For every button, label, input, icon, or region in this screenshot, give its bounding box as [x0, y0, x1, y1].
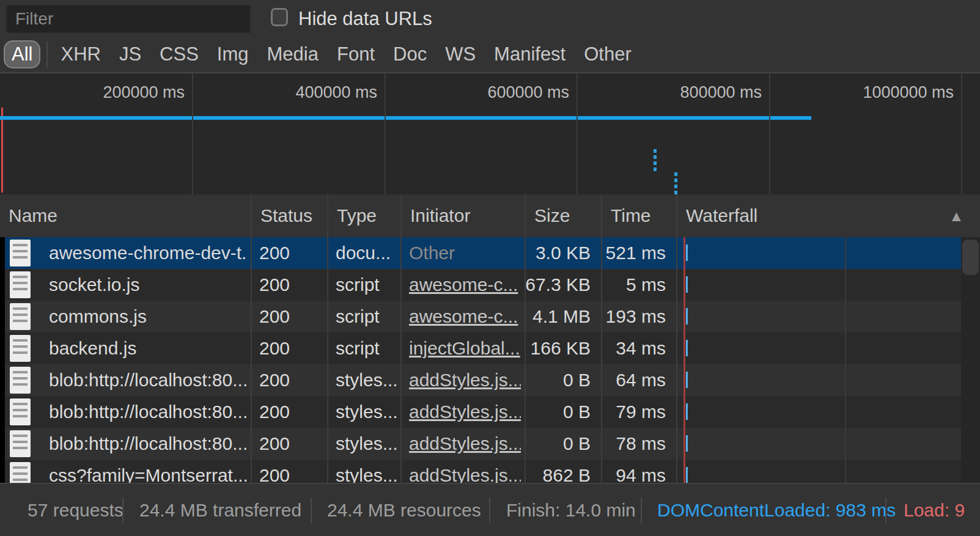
request-initiator[interactable]: addStyles.js...: [409, 428, 521, 460]
summary-separator: [489, 497, 490, 523]
request-name: css?family=Montserrat...: [49, 460, 247, 483]
overview-gridline: [385, 73, 386, 194]
filter-tab-media[interactable]: Media: [267, 43, 319, 65]
table-row[interactable]: blob:http://localhost:80...200styles...a…: [0, 396, 980, 428]
table-row[interactable]: blob:http://localhost:80...200styles...a…: [0, 428, 980, 460]
request-time: 521 ms: [601, 237, 666, 269]
overview-request-dash-2: [674, 172, 677, 196]
filter-tab-all[interactable]: All: [4, 40, 40, 68]
request-status: 200: [259, 428, 323, 460]
request-type: script: [336, 269, 397, 301]
request-time: 78 ms: [601, 428, 666, 460]
filter-tab-xhr[interactable]: XHR: [61, 43, 100, 65]
request-type: script: [336, 301, 397, 332]
timeline-overview[interactable]: 200000 ms400000 ms600000 ms800000 ms1000…: [0, 72, 980, 194]
overview-tick-label: 1000000 ms: [863, 83, 954, 102]
tab-divider: [46, 42, 48, 67]
waterfall-request-bar: [686, 340, 688, 356]
column-header-waterfall[interactable]: Waterfall: [676, 194, 980, 237]
waterfall-request-bar: [686, 276, 688, 293]
request-status: 200: [259, 301, 323, 332]
filter-input[interactable]: [6, 5, 251, 33]
sort-ascending-icon[interactable]: ▲: [949, 194, 964, 237]
vertical-scrollbar-thumb[interactable]: [962, 240, 979, 275]
overview-gridline: [192, 73, 193, 194]
summary-separator: [311, 497, 312, 523]
waterfall-request-bar: [686, 403, 688, 420]
request-type: styles...: [336, 364, 397, 396]
request-type: styles...: [336, 428, 397, 460]
request-size: 67.3 KB: [525, 269, 591, 301]
table-row[interactable]: css?family=Montserrat...200styles...addS…: [0, 460, 980, 483]
overview-tick-label: 800000 ms: [680, 83, 762, 102]
filter-tab-doc[interactable]: Doc: [393, 43, 427, 65]
request-initiator[interactable]: addStyles.js...: [409, 364, 521, 396]
left-edge-strip: [0, 237, 5, 483]
column-header-status[interactable]: Status: [251, 194, 327, 237]
summary-item-1: 24.4 MB transferred: [139, 484, 301, 536]
request-size: 0 B: [525, 428, 591, 460]
overview-tick-label: 400000 ms: [295, 83, 377, 102]
column-header-type[interactable]: Type: [327, 194, 400, 237]
filter-tab-img[interactable]: Img: [217, 43, 249, 65]
overview-loaded-bar: [0, 116, 811, 120]
request-status: 200: [259, 237, 323, 269]
request-status: 200: [259, 396, 323, 428]
table-row[interactable]: commons.js200scriptawesome-c...4.1 MB193…: [0, 301, 980, 332]
hide-data-urls-checkbox[interactable]: [271, 8, 288, 26]
filter-tab-other[interactable]: Other: [584, 43, 632, 65]
request-initiator[interactable]: addStyles.js...: [409, 460, 521, 483]
column-header-size[interactable]: Size: [525, 194, 601, 237]
request-type: script: [336, 332, 397, 364]
request-name: blob:http://localhost:80...: [49, 396, 247, 428]
request-initiator[interactable]: awesome-c...: [409, 301, 521, 332]
overview-gridline: [961, 73, 962, 194]
document-icon: [10, 335, 31, 362]
request-status: 200: [259, 364, 323, 396]
column-header-time[interactable]: Time: [601, 194, 676, 237]
column-border: [601, 237, 602, 483]
waterfall-request-bar: [686, 244, 688, 261]
waterfall-request-bar: [686, 467, 688, 483]
devtools-network-panel: Hide data URLs AllXHRJSCSSImgMediaFontDo…: [0, 0, 980, 536]
request-initiator[interactable]: addStyles.js...: [409, 396, 521, 428]
request-time: 94 ms: [601, 460, 666, 483]
request-name: socket.io.js: [49, 269, 247, 301]
request-name: blob:http://localhost:80...: [49, 428, 247, 460]
hide-data-urls-label[interactable]: Hide data URLs: [298, 8, 432, 30]
overview-tick-label: 600000 ms: [487, 83, 569, 102]
summary-item-0: 57 requests: [28, 484, 123, 536]
summary-separator: [122, 497, 123, 523]
request-size: 0 B: [525, 364, 591, 396]
request-initiator[interactable]: awesome-c...: [409, 269, 521, 301]
table-row[interactable]: socket.io.js200scriptawesome-c...67.3 KB…: [0, 269, 980, 301]
column-header-initiator[interactable]: Initiator: [400, 194, 525, 237]
table-row[interactable]: blob:http://localhost:80...200styles...a…: [0, 364, 980, 396]
filter-tab-manifest[interactable]: Manifest: [494, 43, 566, 65]
request-initiator[interactable]: injectGlobal...: [409, 332, 521, 364]
request-time: 5 ms: [601, 269, 666, 301]
resource-type-filter-tabs: AllXHRJSCSSImgMediaFontDocWSManifestOthe…: [0, 38, 641, 71]
overview-gridline: [577, 73, 578, 194]
filter-tab-css[interactable]: CSS: [160, 43, 199, 65]
waterfall-request-bar: [686, 435, 688, 452]
column-header-name[interactable]: Name: [0, 194, 251, 237]
filter-tab-js[interactable]: JS: [119, 43, 141, 65]
document-icon: [10, 271, 31, 298]
column-border: [676, 237, 677, 483]
document-icon: [10, 462, 31, 483]
summary-separator: [885, 497, 886, 523]
column-border: [525, 237, 526, 483]
overview-tick-label: 200000 ms: [103, 83, 185, 102]
summary-domcontentloaded: DOMContentLoaded: 983 ms: [657, 484, 896, 536]
summary-item-3: Finish: 14.0 min: [506, 484, 636, 536]
request-time: 64 ms: [601, 364, 666, 396]
table-row[interactable]: awesome-chrome-dev-t...200docu...Other3.…: [0, 237, 980, 269]
request-name: blob:http://localhost:80...: [49, 364, 247, 396]
request-initiator: Other: [409, 237, 521, 269]
filter-tab-ws[interactable]: WS: [445, 43, 476, 65]
table-row[interactable]: backend.js200scriptinjectGlobal...166 KB…: [0, 332, 980, 364]
filter-tab-font[interactable]: Font: [337, 43, 375, 65]
request-status: 200: [259, 269, 323, 301]
overview-request-dash-1: [654, 149, 657, 171]
